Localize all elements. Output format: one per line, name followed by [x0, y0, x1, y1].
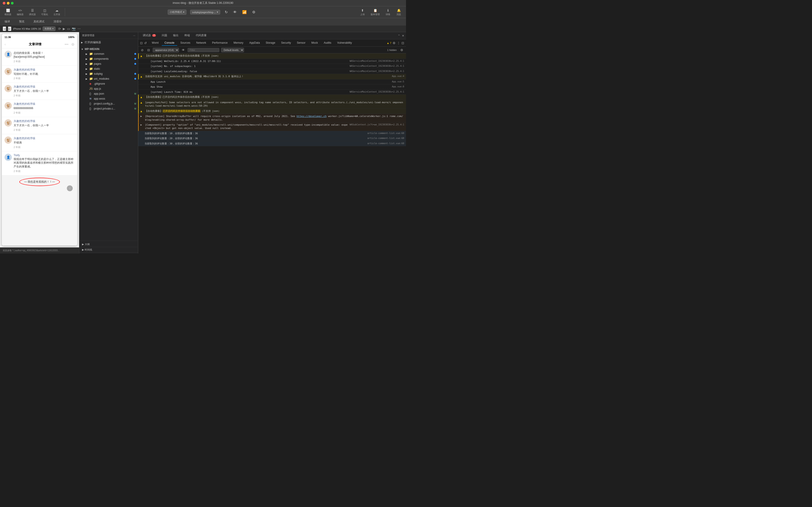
- simulator-btn[interactable]: ⬜ 模拟器: [3, 7, 13, 17]
- sidebar-item-appjs[interactable]: JS app.js: [79, 86, 138, 91]
- tab-security[interactable]: Security: [278, 40, 294, 46]
- settings-icon[interactable]: ⚙: [393, 41, 396, 45]
- rotate-icon[interactable]: ⟳: [58, 27, 61, 31]
- wifi-btn[interactable]: 📶: [241, 9, 248, 15]
- outline-section[interactable]: ▶ 大纲: [79, 242, 138, 247]
- dock-icon[interactable]: ⊡: [401, 41, 404, 45]
- device-select[interactable]: iPhone XS Max 100% 16: [13, 27, 41, 30]
- more-options-icon[interactable]: ···: [133, 34, 135, 37]
- tab-network[interactable]: Network: [194, 40, 209, 46]
- phone-menu-icon[interactable]: •••: [64, 42, 68, 46]
- sidebar-item-projectprivate[interactable]: {} project.private.c... M: [79, 106, 138, 111]
- preview-btn[interactable]: 预览: [17, 19, 26, 24]
- hot-reload-btn[interactable]: 热重载 ▾: [43, 26, 55, 31]
- file-tree-content[interactable]: ▶ 打开的编辑器 ▼ MP-WEIXIN ▶ 📁 common: [79, 39, 138, 241]
- tab-console[interactable]: Console: [162, 40, 177, 46]
- comment-text: 我现在终于明白我缺乏的是什么了，正是楼主那种对真理的执着追求和楼主那种对理想的艰…: [14, 157, 74, 169]
- console-content[interactable]: ▲ 【自动热重载】已开启代码文件保存后自动热重载（不支持 json） [syst…: [138, 53, 406, 253]
- tab-codequality[interactable]: 代码质量: [193, 33, 209, 39]
- debugger-btn[interactable]: ☰ 调试器: [27, 7, 38, 17]
- sidebar-item-projectconfig[interactable]: {} project.config.js... M: [79, 101, 138, 106]
- sidebar-item-appjson[interactable]: {} app.json M: [79, 91, 138, 96]
- phone-more-icon[interactable]: ⊕: [71, 42, 74, 47]
- open-editors-header[interactable]: ▶ 打开的编辑器: [79, 40, 138, 45]
- eye-btn[interactable]: 👁: [181, 48, 186, 52]
- forward-btn[interactable]: ▶: [8, 26, 11, 31]
- clear-cache-btn[interactable]: 清缓存: [52, 19, 63, 24]
- collapse-icon[interactable]: ⌃: [398, 34, 400, 37]
- mp-weixin-header[interactable]: ▼ MP-WEIXIN: [79, 47, 138, 51]
- detail-btn[interactable]: ℹ 详情: [383, 7, 392, 17]
- tab-wxml[interactable]: Wxml: [149, 40, 161, 46]
- appservice-select[interactable]: appservice (#14): [153, 48, 179, 52]
- circle-bubble: — 我也是有底线的！！—: [19, 178, 60, 186]
- tab-memory[interactable]: Memory: [231, 40, 246, 46]
- more-options-icon[interactable]: ⋮: [397, 41, 400, 45]
- tab-audits[interactable]: Audits: [321, 40, 334, 46]
- more-icon[interactable]: ⋯: [78, 27, 81, 31]
- tab-output[interactable]: 输出: [170, 33, 181, 39]
- expand-icon[interactable]: ▶: [141, 123, 144, 126]
- back-btn[interactable]: ◀: [3, 26, 6, 31]
- default-levels-select[interactable]: Default levels: [221, 48, 244, 52]
- toolbar-center: 小程序模式 ▾ subpkg/pages/blog-... ▾ ↻ 👁 📶 ⚙: [68, 9, 356, 15]
- editor-btn[interactable]: </> 编辑器: [15, 7, 26, 17]
- comment-body: Tisify 我现在终于明白我缺乏的是什么了，正是楼主那种对真理的执着追求和楼主…: [14, 154, 74, 173]
- phone-content[interactable]: 👤 总结的很全面，有收获！[face]emoji:005.png[/face] …: [2, 48, 77, 245]
- settings-icon[interactable]: ⚙: [399, 48, 404, 52]
- sidebar-item-gitignore[interactable]: ◈ .gitignore: [79, 81, 138, 86]
- window-title: imooc-blog - 微信开发者工具 Stable 1.06.2209190: [173, 1, 233, 5]
- folder-icon: 📁: [89, 57, 93, 61]
- compile-btn[interactable]: 编译: [3, 19, 12, 24]
- filter-toggle-btn[interactable]: ⊟: [146, 48, 151, 52]
- sidebar-item-appwxss[interactable]: ≋ app.wxss: [79, 96, 138, 101]
- settings-btn[interactable]: ⚙: [251, 9, 256, 15]
- sidebar-item-uni-modules[interactable]: ▶ 📁 uni_modules: [79, 76, 138, 81]
- sidebar-item-static[interactable]: ▶ 📁 static: [79, 66, 138, 71]
- clear-console-btn[interactable]: ⊘: [140, 48, 145, 52]
- phone-back-icon[interactable]: ‹: [5, 42, 6, 46]
- version-btn[interactable]: 📋 版本管理: [369, 7, 382, 17]
- tab-sensor[interactable]: Sensor: [294, 40, 308, 46]
- tab-mock[interactable]: Mock: [309, 40, 320, 46]
- tab-performance[interactable]: Performance: [209, 40, 231, 46]
- expand-arrow: ▶: [82, 248, 84, 251]
- sidebar-item-common[interactable]: ▶ 📁 common: [79, 51, 138, 56]
- scroll-top-btn[interactable]: ↑: [67, 185, 73, 191]
- page-icon[interactable]: ⊡: [140, 41, 143, 45]
- tab-sources[interactable]: Sources: [177, 40, 193, 46]
- play-icon[interactable]: ▶: [63, 27, 65, 31]
- comment-name: Tisify: [14, 154, 74, 157]
- refresh-btn[interactable]: ↻: [224, 9, 229, 15]
- preview-mode-btn[interactable]: 👁: [232, 9, 238, 15]
- tab-issues[interactable]: 问题: [159, 33, 170, 39]
- tab-terminal[interactable]: 终端: [182, 33, 193, 39]
- real-debug-btn[interactable]: 真机调试: [32, 19, 46, 24]
- close-button[interactable]: [3, 2, 5, 5]
- capture-icon[interactable]: 📷: [72, 27, 76, 31]
- expand-arrow: ▶: [86, 58, 88, 60]
- message-btn[interactable]: 🔔 消息: [394, 7, 403, 17]
- upload-btn[interactable]: ⬆ 上传: [358, 7, 367, 17]
- device-icon[interactable]: ↺: [144, 41, 147, 45]
- minimize-button[interactable]: [7, 2, 9, 5]
- filter-input[interactable]: [188, 48, 219, 52]
- sidebar-item-subpkg[interactable]: ▶ 📁 subpkg: [79, 71, 138, 76]
- visualize-btn[interactable]: ◫ 可视化: [39, 7, 50, 17]
- mode-select-label: 小程序模式: [170, 10, 182, 14]
- maximize-button[interactable]: [11, 2, 14, 5]
- tab-appdata[interactable]: AppData: [247, 40, 263, 46]
- timeline-section[interactable]: ▶ 时间线: [79, 247, 138, 252]
- tab-storage[interactable]: Storage: [263, 40, 278, 46]
- sidebar-item-components[interactable]: ▶ 📁 components: [79, 56, 138, 61]
- cloud-btn[interactable]: ☁ 云开发: [52, 7, 62, 17]
- mode-select[interactable]: 小程序模式 ▾: [168, 9, 187, 15]
- subpkg-select[interactable]: subpkg/pages/blog-... ▾: [190, 10, 220, 14]
- sidebar-item-pages[interactable]: ▶ 📁 pages: [79, 61, 138, 66]
- tablet-icon[interactable]: ▭: [67, 27, 70, 31]
- expand-icon[interactable]: ▶: [141, 115, 144, 118]
- tab-debugger[interactable]: 调试器 7: [140, 33, 159, 39]
- badge: [134, 78, 136, 80]
- tab-vulnerability[interactable]: Vulnerability: [335, 40, 355, 46]
- close-panel-icon[interactable]: ✕: [402, 34, 404, 37]
